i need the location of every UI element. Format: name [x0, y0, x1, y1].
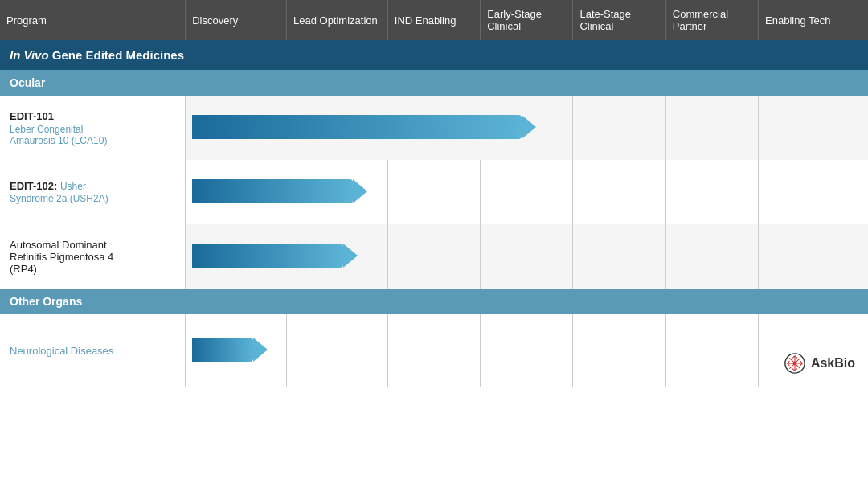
section-title-invivo: In Vivo Gene Edited Medicines	[0, 40, 868, 70]
pipeline-table: Program Discovery Lead Optimization IND …	[0, 0, 868, 387]
svg-point-13	[793, 362, 797, 366]
program-name-edit102: EDIT-102:	[10, 180, 57, 192]
program-cell-neuro: Neurological Diseases	[0, 314, 186, 387]
program-row-edit101: EDIT-101 Leber CongenitalAmaurosis 10 (L…	[0, 96, 868, 160]
subsection-header-ocular: Ocular	[0, 70, 868, 96]
col-header-early: Early-Stage Clinical	[481, 0, 573, 40]
section-header-invivo: In Vivo Gene Edited Medicines	[0, 40, 868, 70]
grid-cell-rp4-early	[481, 224, 573, 289]
grid-cell-edit101-commercial	[665, 96, 758, 160]
grid-cell-neuro-commercial	[665, 314, 758, 387]
program-cell-edit102: EDIT-102: UsherSyndrome 2a (USH2A)	[0, 160, 186, 224]
subsection-header-other: Other Organs	[0, 289, 868, 314]
subsection-title-other: Other Organs	[0, 289, 868, 314]
grid-cell-neuro-early	[481, 314, 573, 387]
program-name-edit101: EDIT-101	[10, 110, 175, 122]
col-header-ind: IND Enabling	[387, 0, 480, 40]
subsection-title-ocular: Ocular	[0, 70, 868, 96]
askbio-logo-text: AskBio	[811, 356, 855, 371]
program-cell-edit101: EDIT-101 Leber CongenitalAmaurosis 10 (L…	[0, 96, 186, 160]
pipeline-container: Program Discovery Lead Optimization IND …	[0, 0, 868, 387]
grid-cell-neuro-lead	[286, 314, 387, 387]
grid-cell-rp4-commercial	[665, 224, 758, 289]
grid-cell-edit102-ind	[387, 160, 480, 224]
col-header-lead-opt: Lead Optimization	[286, 0, 387, 40]
program-name-neuro: Neurological Diseases	[10, 345, 175, 357]
program-row-neuro: Neurological Diseases	[0, 314, 868, 387]
col-header-enabling: Enabling Tech	[759, 0, 868, 40]
bar-cell-edit101	[186, 96, 573, 160]
col-header-commercial: Commercial Partner	[665, 0, 758, 40]
logo-cell: AskBio	[759, 314, 868, 387]
askbio-logo: AskBio	[784, 352, 855, 375]
askbio-logo-icon	[784, 352, 806, 375]
program-row-rp4: Autosomal DominantRetinitis Pigmentosa 4…	[0, 224, 868, 289]
bar-cell-edit102	[186, 160, 388, 224]
grid-cell-rp4-enabling	[759, 224, 868, 289]
program-cell-rp4: Autosomal DominantRetinitis Pigmentosa 4…	[0, 224, 186, 289]
header-row: Program Discovery Lead Optimization IND …	[0, 0, 868, 40]
grid-cell-edit102-late	[573, 160, 665, 224]
grid-cell-rp4-ind	[387, 224, 480, 289]
grid-cell-edit102-enabling	[759, 160, 868, 224]
program-desc-edit101: Leber CongenitalAmaurosis 10 (LCA10)	[10, 124, 175, 146]
col-header-late: Late-Stage Clinical	[573, 0, 665, 40]
grid-cell-neuro-late	[573, 314, 665, 387]
bar-cell-neuro	[186, 314, 287, 387]
grid-cell-rp4-late	[573, 224, 665, 289]
grid-cell-edit101-enabling	[759, 96, 868, 160]
col-header-program: Program	[0, 0, 186, 40]
col-header-discovery: Discovery	[186, 0, 287, 40]
bar-cell-rp4	[186, 224, 388, 289]
program-row-edit102: EDIT-102: UsherSyndrome 2a (USH2A)	[0, 160, 868, 224]
grid-cell-edit102-commercial	[665, 160, 758, 224]
program-name-rp4: Autosomal DominantRetinitis Pigmentosa 4…	[10, 239, 175, 275]
grid-cell-neuro-ind	[387, 314, 480, 387]
grid-cell-edit101-late	[573, 96, 665, 160]
grid-cell-edit102-early	[481, 160, 573, 224]
